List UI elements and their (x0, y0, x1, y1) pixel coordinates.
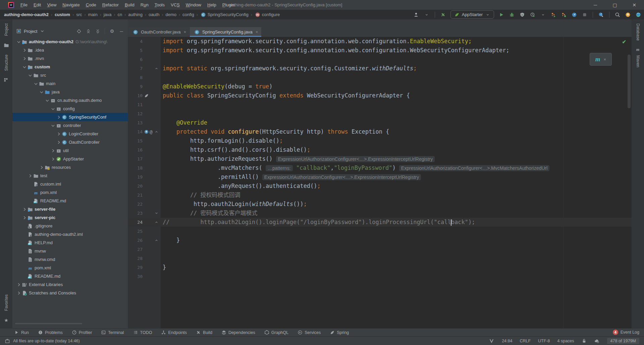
async-debug-button-icon[interactable] (561, 12, 567, 18)
tab-close-icon[interactable]: × (256, 29, 258, 34)
maximize-button[interactable]: ▢ (605, 0, 625, 10)
tree-item-LoginController[interactable]: CLoginController (12, 130, 128, 138)
code-line-16[interactable]: 16 http.csrf().and().cors().disable(); (128, 145, 632, 154)
locate-button-icon[interactable] (76, 28, 82, 34)
dropdown-button-icon[interactable] (540, 12, 546, 18)
status-widget-crlf[interactable]: CRLF (520, 339, 531, 343)
tool-window-button-services[interactable]: Services (298, 330, 321, 335)
tree-item-HELP.md[interactable]: MDHELP.md (12, 238, 128, 247)
code-line-14[interactable]: 14@ protected void configure(HttpSecurit… (128, 127, 632, 136)
async-run-button-icon[interactable] (550, 12, 556, 18)
tree-item-cn.authing.oauth.demo[interactable]: cn.authing.oauth.demo (12, 96, 128, 105)
widget-close-icon[interactable]: × (604, 57, 606, 62)
tool-window-button-terminal[interactable]: Terminal (101, 330, 124, 335)
dropdown-button-icon[interactable] (424, 12, 430, 18)
tree-item-java[interactable]: java (12, 88, 128, 96)
tool-window-button-dependencies[interactable]: Dependencies (221, 330, 255, 335)
debug-button-icon[interactable] (509, 12, 515, 18)
floating-widget[interactable]: m × (590, 53, 612, 66)
code-line-24[interactable]: 24// http.oauth2Login().loginPage("/logi… (128, 218, 632, 227)
tool-window-button-build[interactable]: Build (196, 330, 212, 335)
gauge-button-icon[interactable] (571, 12, 577, 18)
breadcrumb-authing-demo-oauth2[interactable]: authing-demo-oauth2 (4, 12, 49, 17)
run-configuration-selector[interactable]: AppStarter (450, 10, 494, 19)
chevron-right-icon[interactable] (21, 56, 27, 61)
chevron-down-icon[interactable] (50, 106, 56, 112)
tool-window-button-problems[interactable]: Problems (38, 330, 63, 335)
tree-item-test[interactable]: test (12, 171, 128, 180)
spring-icon[interactable] (144, 93, 149, 98)
tool-stripe-project[interactable]: Project (4, 23, 9, 36)
tree-item-mvnw[interactable]: mvnw (12, 247, 128, 255)
tool-stripe-database[interactable]: Database (636, 23, 640, 41)
fold-up-icon[interactable] (154, 130, 159, 134)
code-line-30[interactable]: 30 (128, 272, 632, 281)
breadcrumb-demo[interactable]: demo (165, 12, 176, 17)
chevron-down-icon[interactable] (39, 89, 44, 95)
breadcrumb-src[interactable]: src (76, 12, 82, 17)
search-button-icon[interactable] (614, 12, 621, 18)
gauge-wrench-button-icon[interactable] (598, 12, 604, 18)
close-button[interactable]: ✕ (625, 0, 644, 10)
tree-item-main[interactable]: main (12, 79, 128, 88)
code-line-9[interactable]: 9@EnableWebSecurity(debug = true) (128, 82, 632, 91)
users-button-icon[interactable] (413, 12, 419, 18)
tree-item-server-pic[interactable]: server-pic (12, 213, 128, 222)
toolbox-icon[interactable] (5, 338, 10, 344)
code-line-21[interactable]: 21 // 授权码模式回调 (128, 191, 632, 200)
breadcrumb-java[interactable]: java (104, 12, 112, 17)
chevron-down-icon[interactable] (39, 28, 45, 34)
breadcrumb-authing[interactable]: authing (128, 12, 143, 17)
tool-window-button-endpoints[interactable]: Endpoints (161, 330, 187, 335)
vertical-scrollbar[interactable] (628, 55, 631, 108)
code-line-17[interactable]: 17 http.authorizeRequests() ExpressionUr… (128, 154, 632, 163)
code-line-7[interactable]: 7import static org.springframework.secur… (128, 64, 632, 73)
chevron-down-icon[interactable] (16, 39, 21, 45)
menu-vcs[interactable]: VCS (168, 2, 183, 7)
menu-edit[interactable]: Edit (31, 2, 44, 7)
minimize-button[interactable]: ─ (586, 0, 605, 10)
run-button-icon[interactable] (498, 12, 504, 18)
status-widget-478-of-1979m[interactable]: 478 of 1979M (607, 338, 639, 344)
breadcrumb-configure[interactable]: mconfigure (255, 12, 280, 18)
lock-icon[interactable] (582, 338, 587, 344)
tree-item-config[interactable]: config (12, 105, 128, 113)
fold-up-icon[interactable] (154, 66, 159, 71)
status-widget-4-spaces[interactable]: 4 spaces (557, 339, 574, 343)
chevron-right-icon[interactable] (16, 282, 21, 287)
project-folder-icon[interactable] (4, 43, 9, 48)
maven-m-icon[interactable]: m (635, 47, 641, 53)
status-widget-24:84[interactable]: 24:84 (502, 339, 512, 343)
tree-item-mvnw.cmd[interactable]: mvnw.cmd (12, 255, 128, 264)
collapse-all-button-icon[interactable] (95, 28, 101, 34)
update-button-icon[interactable] (625, 12, 631, 18)
tree-item-.mvn[interactable]: .mvn (12, 54, 128, 63)
fold-down-icon[interactable] (154, 211, 159, 215)
structure-blocks-icon[interactable] (4, 78, 9, 83)
tool-stripe-structure[interactable]: Structure (4, 55, 9, 71)
tree-item-authing-demo-oauth2.iml[interactable]: authing-demo-oauth2.iml (12, 230, 128, 238)
tool-window-button-run[interactable]: Run (14, 330, 29, 335)
override-icon[interactable] (144, 129, 149, 134)
minimize-button-icon[interactable]: ─ (118, 28, 124, 34)
breadcrumb-oauth[interactable]: oauth (149, 12, 160, 17)
menu-file[interactable]: File (17, 2, 31, 7)
tree-item-custom[interactable]: custom (12, 63, 128, 71)
code-line-23[interactable]: 23 // 密码模式及客户端模式 (128, 209, 632, 218)
chevron-right-icon[interactable] (50, 148, 56, 153)
code-line-4[interactable]: 4import org.springframework.security.con… (128, 37, 632, 46)
tree-item-authing-demo-oauth2[interactable]: authing-demo-oauth2G:\work\authing\ (12, 38, 128, 46)
chevron-right-icon[interactable] (56, 140, 61, 145)
tree-item-util[interactable]: util (12, 146, 128, 155)
fold-up-icon[interactable] (154, 220, 159, 224)
code-area[interactable]: 4import org.springframework.security.con… (128, 37, 632, 281)
code-line-15[interactable]: 15 http.formLogin().disable(); (128, 136, 632, 145)
code-line-5[interactable]: 5import org.springframework.security.con… (128, 46, 632, 55)
chevron-right-icon[interactable] (16, 290, 21, 296)
menu-build[interactable]: Build (122, 2, 138, 7)
breadcrumb-custom[interactable]: custom (55, 12, 70, 17)
tree-item-SpringSecurityConf[interactable]: CSpringSecurityConf (12, 113, 128, 121)
menu-tools[interactable]: Tools (152, 2, 168, 7)
breadcrumb-SpringSecurityConfig[interactable]: CSpringSecurityConfig (200, 12, 249, 18)
chevron-down-icon[interactable] (21, 64, 27, 70)
